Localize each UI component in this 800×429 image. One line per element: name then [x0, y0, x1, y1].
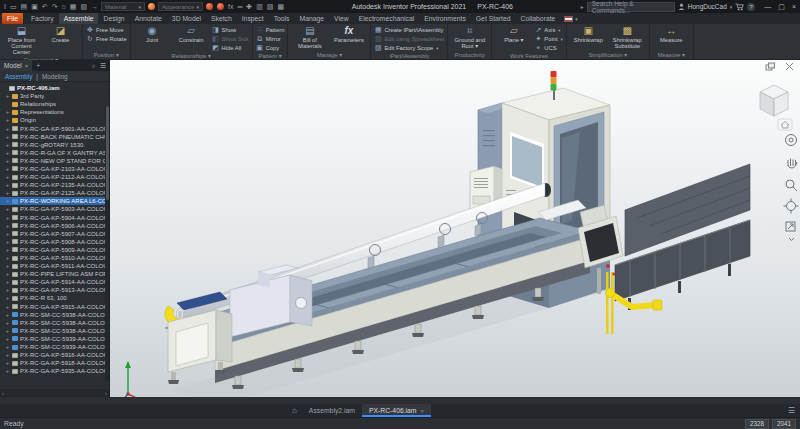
expand-toggle[interactable]: +	[5, 198, 10, 204]
expand-toggle[interactable]: +	[5, 247, 10, 253]
close-icon[interactable]: ×	[421, 408, 425, 414]
ribbon-tab-get-started[interactable]: Get Started	[471, 13, 516, 24]
measure-button[interactable]: ↔Measure	[653, 25, 690, 43]
show-button[interactable]: ◨Show	[212, 26, 249, 34]
tree-item-px-rc-pipe-lifting-asm-for-gl[interactable]: +PX-RC-PIPE LIFTING ASM FOR GL	[0, 270, 109, 278]
tree-item-px-rc-ga-kp-5935-aa-colour[interactable]: +PX-RC-GA-KP-5935-AA-COLOUR	[0, 367, 109, 375]
tree-item-px-rc-ga-kp-5901-aa-coloure[interactable]: +PX-RC-GA-KP-5901-AA-COLOURE	[0, 124, 109, 132]
free-move-button[interactable]: ✥Free Move	[86, 26, 127, 34]
edit-factory-scope-button[interactable]: ▨Edit Factory Scope▾	[374, 44, 444, 52]
tree-item-px-rc-406-iam[interactable]: PX-RC-406.iam	[0, 84, 109, 92]
hide-all-button[interactable]: ◩Hide All	[212, 44, 249, 52]
window-icon[interactable]: ▩	[277, 2, 284, 11]
tree-item-px-rc-r-63-100[interactable]: +PX-RC-R 63, 100	[0, 294, 109, 302]
home-tab-icon[interactable]: ⌂	[287, 406, 302, 415]
ribbon-group-label[interactable]: Pattern ▾	[254, 52, 287, 60]
ribbon-group-label[interactable]: Work Features	[493, 52, 564, 60]
inventor-logo-icon[interactable]: I	[4, 2, 6, 11]
ribbon-group-label[interactable]: Position ▾	[84, 51, 129, 59]
tree-item-px-rc-sm-cc-5939-aa-coloure[interactable]: +PX-RC-SM-CC-5939-AA-COLOURE	[0, 343, 109, 351]
expand-toggle[interactable]: +	[5, 263, 10, 269]
document-tab-assembly2-iam[interactable]: Assembly2.iam	[302, 404, 362, 417]
expand-toggle[interactable]: +	[5, 109, 10, 115]
parameters-fx-icon[interactable]: fx	[228, 2, 233, 11]
create-ipart-iassembly-button[interactable]: ▦Create iPart/iAssembly	[374, 26, 444, 34]
expand-toggle[interactable]: +	[5, 271, 10, 277]
panel-menu-icon[interactable]: ☰	[100, 62, 106, 70]
model-panel-tab[interactable]: Model ×	[0, 60, 32, 71]
tab-list-menu-icon[interactable]: ☰	[788, 406, 800, 415]
search-input[interactable]: Search Help & Commands...	[587, 2, 675, 12]
ground-and-root-button[interactable]: ⌗Ground and Root ▾	[451, 25, 488, 49]
document-tab-px-rc-406-iam[interactable]: PX-RC-406.iam×	[362, 404, 431, 417]
ribbon-tab-design[interactable]: Design	[98, 13, 129, 24]
expand-toggle[interactable]: +	[5, 344, 10, 350]
appearance-sphere-icon[interactable]	[217, 3, 224, 10]
material-sphere-icon[interactable]	[206, 3, 213, 10]
expand-toggle[interactable]: +	[5, 142, 10, 148]
cart-icon[interactable]	[735, 3, 744, 11]
tree-item-px-rc-ga-kp-5916-aa-coloure[interactable]: +PX-RC-GA-KP-5916-AA-COLOURE	[0, 351, 109, 359]
view-icon[interactable]: ▨	[267, 2, 274, 11]
new-file-icon[interactable]: ▭	[10, 2, 17, 11]
tree-item-px-rc-r-ga-of-x-gantry-assem[interactable]: +PX-RC-R-GA OF X GANTRY ASSEM	[0, 149, 109, 157]
ribbon-tab-assemble[interactable]: Assemble	[59, 13, 99, 24]
tree-item-representations[interactable]: +Representations	[0, 108, 109, 116]
tree-horizontal-scrollbar[interactable]: ‹ ›	[0, 389, 109, 397]
restore-button[interactable]: ▢	[778, 3, 785, 11]
ribbon-group-label[interactable]: Relationships ▾	[132, 52, 251, 60]
pattern-button[interactable]: ⁙Pattern	[256, 26, 285, 34]
expand-toggle[interactable]: +	[5, 336, 10, 342]
expand-toggle[interactable]: +	[5, 312, 10, 318]
tree-item-px-rc-ga-kp-5913-aa-coloure[interactable]: +PX-RC-GA-KP-5913-AA-COLOURE	[0, 286, 109, 294]
help-icon[interactable]: ?	[747, 3, 755, 11]
tree-item-px-rc-ga-kp-5909-aa-coloure[interactable]: +PX-RC-GA-KP-5909-AA-COLOURE	[0, 246, 109, 254]
tree-item-px-rc-grotary-1530[interactable]: +PX-RC-gROTARY 1530.	[0, 141, 109, 149]
ribbon-group-label[interactable]: iPart/iAssembly	[372, 52, 446, 60]
expand-toggle[interactable]: +	[5, 320, 10, 326]
appearance-dropdown[interactable]: Appearance ▾	[158, 2, 203, 11]
expand-toggle[interactable]: +	[5, 174, 10, 180]
save-icon[interactable]: ▣	[31, 2, 38, 11]
tree-item-px-rc-sm-cc-5938-aa-coloure[interactable]: +PX-RC-SM-CC-5938-AA-COLOURE	[0, 327, 109, 335]
expand-toggle[interactable]: +	[5, 93, 10, 99]
expand-toggle[interactable]: +	[5, 126, 10, 132]
return-icon[interactable]: →	[91, 2, 98, 11]
shrinkwrap-button[interactable]: ▣Shrinkwrap	[570, 25, 607, 43]
ribbon-tab-environments[interactable]: Environments	[419, 13, 471, 24]
home-icon[interactable]: ⌂	[62, 2, 66, 11]
expand-toggle[interactable]: +	[5, 239, 10, 245]
open-icon[interactable]: ▤	[21, 2, 28, 11]
tree-item-px-rc-ga-kp-5904-aa-coloure[interactable]: +PX-RC-GA-KP-5904-AA-COLOURE	[0, 214, 109, 222]
joint-button[interactable]: ◉Joint	[134, 25, 171, 43]
expand-toggle[interactable]: +	[5, 368, 10, 374]
expand-toggle[interactable]: +	[5, 287, 10, 293]
expand-toggle[interactable]: +	[5, 328, 10, 334]
ribbon-tab-view[interactable]: View	[329, 13, 354, 24]
create-button[interactable]: ◪Create	[42, 25, 79, 43]
print-icon[interactable]: ▦	[70, 2, 77, 11]
tree-item-px-rc-sm-cc-5938-aa-coloure[interactable]: +PX-RC-SM-CC-5938-AA-COLOURE	[0, 319, 109, 327]
layers-icon[interactable]: ▥	[256, 2, 263, 11]
ribbon-group-label[interactable]: Productivity	[449, 51, 490, 59]
minimize-button[interactable]: —	[764, 3, 771, 11]
mirror-button[interactable]: ⧉Mirror	[256, 35, 285, 43]
bill-of-materials-button[interactable]: ▤Bill of Materials	[291, 25, 328, 49]
copy-button[interactable]: ▣Copy	[256, 44, 285, 52]
expand-toggle[interactable]: +	[5, 231, 10, 237]
model-viewport[interactable]	[110, 60, 800, 397]
tree-item-px-rc-new-op-stand-for-glob[interactable]: +PX-RC-NEW OP STAND FOR GLOB	[0, 157, 109, 165]
search-expander-icon[interactable]: ▸	[581, 3, 584, 10]
tree-item-px-rc-ga-kp-2112-aa-coloure[interactable]: +PX-RC-GA-KP-2112-AA-COLOURE	[0, 173, 109, 181]
material-dropdown[interactable]: Material ▾	[101, 2, 145, 11]
ribbon-group-label[interactable]: Measure ▾	[651, 51, 692, 59]
ribbon-tab-collaborate[interactable]: Collaborate	[516, 13, 561, 24]
assembly-view-toggle[interactable]: Assembly	[5, 73, 32, 80]
expand-toggle[interactable]: +	[5, 279, 10, 285]
ribbon-tab-electromechanical[interactable]: Electromechanical	[354, 13, 420, 24]
free-rotate-button[interactable]: ↻Free Rotate	[86, 35, 127, 43]
ribbon-tab-file[interactable]: File	[2, 13, 23, 24]
expand-toggle[interactable]: +	[5, 117, 10, 123]
tree-item-px-rc-ga-kp-5903-aa-coloure[interactable]: +PX-RC-GA-KP-5903-AA-COLOURE	[0, 205, 109, 213]
redo-icon[interactable]: ↷	[52, 2, 58, 11]
